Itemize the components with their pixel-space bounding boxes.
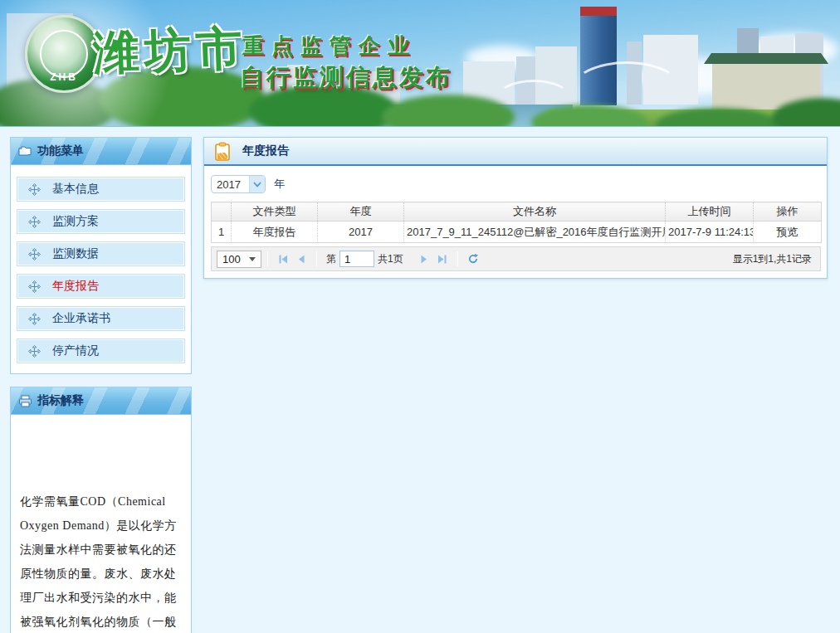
- folder-icon: [18, 145, 32, 157]
- col-index: [212, 202, 232, 222]
- environmental-bureau-logo: ZHB: [25, 15, 103, 93]
- function-menu-title: 功能菜单: [37, 144, 84, 158]
- last-page-icon: [437, 254, 447, 265]
- tree: [772, 98, 840, 127]
- indicator-title: 指标解释: [37, 393, 84, 408]
- chevron-down-icon: [249, 176, 265, 192]
- last-page-button[interactable]: [433, 250, 452, 268]
- indicator-header: 指标解释: [11, 387, 191, 415]
- record-summary: 显示1到1,共1记录: [733, 252, 815, 266]
- annual-report-panel: 年度报告 2017 年 文件类型 年度 文件名称: [203, 137, 828, 279]
- preview-link[interactable]: 预览: [754, 222, 822, 243]
- cell-upload-time: 2017-7-9 11:24:13: [666, 222, 754, 243]
- year-select-value: 2017: [212, 178, 241, 191]
- move-arrows-icon: [28, 345, 41, 358]
- divider: [267, 251, 268, 266]
- sidebar-item-label: 监测数据: [52, 246, 99, 261]
- sidebar-item-label: 停产情况: [52, 343, 99, 358]
- year-suffix-label: 年: [274, 177, 285, 192]
- sidebar-item-basic-info[interactable]: 基本信息: [17, 177, 185, 202]
- pagoda-roof: [704, 53, 828, 64]
- logo-text: ZHB: [27, 71, 100, 83]
- banner-subtitle-1: 重点监管企业: [242, 32, 417, 61]
- move-arrows-icon: [28, 216, 41, 228]
- move-arrows-icon: [28, 183, 41, 196]
- sidebar-item-enterprise-commitment[interactable]: 企业承诺书: [17, 306, 185, 331]
- col-file-type: 文件类型: [232, 202, 318, 222]
- divider: [316, 251, 317, 266]
- cell-index: 1: [212, 222, 232, 243]
- tower-red-cap: [580, 7, 617, 16]
- city-title: 潍坊市: [92, 17, 249, 85]
- year-filter-row: 2017 年: [211, 174, 820, 194]
- col-year: 年度: [318, 202, 404, 222]
- first-page-button[interactable]: [274, 250, 292, 268]
- top-banner: ZHB 潍坊市 重点监管企业 自行监测信息发布: [0, 0, 840, 127]
- sidebar-item-annual-report[interactable]: 年度报告: [17, 274, 185, 299]
- refresh-button[interactable]: [464, 250, 482, 268]
- col-action: 操作: [754, 202, 822, 222]
- page-title: 年度报告: [242, 144, 289, 158]
- sidebar-item-label: 企业承诺书: [52, 311, 110, 326]
- clipboard-icon: [214, 142, 231, 161]
- function-menu-panel: 功能菜单 基本信息: [10, 137, 192, 374]
- page-size-select[interactable]: 100: [217, 251, 261, 268]
- page-size-value: 100: [222, 253, 241, 265]
- sidebar-item-label: 基本信息: [52, 182, 99, 197]
- sidebar-item-monitoring-plan[interactable]: 监测方案: [17, 209, 185, 234]
- sidebar-item-label: 监测方案: [52, 214, 99, 229]
- move-arrows-icon: [28, 280, 41, 293]
- sidebar: 功能菜单 基本信息: [10, 137, 192, 633]
- annual-report-header: 年度报告: [204, 138, 827, 166]
- tree: [656, 108, 780, 127]
- indicator-text: 化学需氧量COD（Chemical Oxygen Demand）是以化学方法测量…: [11, 415, 191, 633]
- prev-page-button[interactable]: [292, 250, 310, 268]
- pagination-bar: 100 第 共1页: [211, 246, 821, 271]
- menu-list: 基本信息 监测方案: [11, 165, 191, 373]
- sidebar-item-monitoring-data[interactable]: 监测数据: [17, 241, 185, 266]
- cell-file-name: 2017_7_9_11_245112@已解密_2016年度自行监测开展情况年: [404, 222, 666, 243]
- year-select[interactable]: 2017: [211, 175, 266, 193]
- prev-page-icon: [296, 254, 307, 265]
- next-page-button[interactable]: [415, 250, 433, 268]
- table-header-row: 文件类型 年度 文件名称 上传时间 操作: [212, 202, 822, 222]
- first-page-icon: [278, 254, 289, 265]
- annual-report-body: 2017 年 文件类型 年度 文件名称 上传时间 操作: [204, 166, 827, 278]
- move-arrows-icon: [28, 248, 41, 261]
- tree: [382, 95, 515, 127]
- col-file-name: 文件名称: [404, 202, 666, 222]
- annual-report-table: 文件类型 年度 文件名称 上传时间 操作 1 年度报告 2017 2017_7_…: [211, 202, 822, 243]
- indicator-explanation-panel: 指标解释 化学需氧量COD（Chemical Oxygen Demand）是以化…: [10, 387, 192, 633]
- printer-icon: [18, 395, 32, 407]
- move-arrows-icon: [28, 313, 41, 325]
- next-page-icon: [418, 254, 429, 265]
- page-number-input[interactable]: [339, 251, 374, 267]
- function-menu-header: 功能菜单: [11, 138, 191, 165]
- col-upload-time: 上传时间: [666, 202, 754, 222]
- divider: [457, 251, 458, 266]
- table-row[interactable]: 1 年度报告 2017 2017_7_9_11_245112@已解密_2016年…: [212, 222, 822, 243]
- total-pages-label: 共1页: [378, 252, 403, 266]
- tree: [531, 105, 647, 127]
- sidebar-item-production-stoppage[interactable]: 停产情况: [17, 338, 185, 363]
- sidebar-item-label: 年度报告: [52, 279, 99, 294]
- cell-year: 2017: [318, 222, 404, 243]
- caret-down-icon: [249, 257, 256, 261]
- cell-file-type: 年度报告: [232, 222, 318, 243]
- page-prefix-label: 第: [326, 252, 336, 266]
- banner-subtitle-2: 自行监测信息发布: [240, 61, 452, 95]
- refresh-icon: [467, 253, 479, 265]
